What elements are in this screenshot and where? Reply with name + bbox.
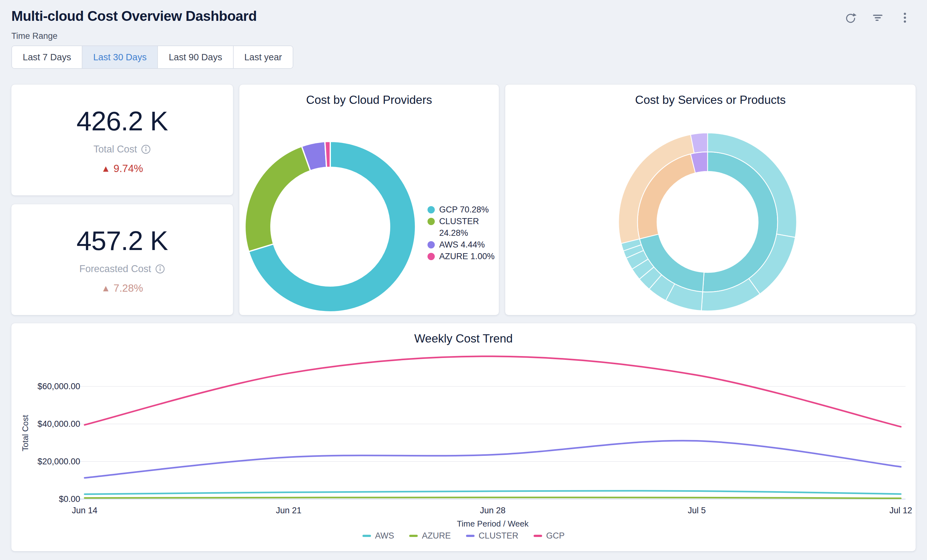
kpi-column: 426.2 K Total Cost ▲ 9.74% 457.2 K — [11, 85, 233, 315]
trend-legend-item-gcp[interactable]: GCP — [533, 531, 565, 541]
y-tick-label: $20,000.00 — [11, 457, 80, 467]
legend-dot — [427, 241, 435, 249]
trend-legend-item-cluster[interactable]: CLUSTER — [466, 531, 518, 541]
filter-icon — [871, 11, 884, 24]
trend-legend-label: AWS — [375, 531, 394, 541]
y-axis-title: Total Cost — [21, 415, 30, 451]
info-icon[interactable] — [155, 264, 165, 274]
total-cost-value: 426.2 K — [76, 105, 168, 137]
header-actions — [842, 8, 913, 26]
time-range-option-last-year[interactable]: Last year — [234, 46, 293, 68]
trend-line-gcp[interactable] — [85, 357, 901, 427]
page-title: Multi-cloud Cost Overview Dashboard — [11, 8, 257, 24]
trend-legend-marker — [533, 535, 542, 537]
trend-legend-label: AZURE — [422, 531, 451, 541]
legend-item-gcp[interactable]: GCP 70.28% — [427, 204, 497, 216]
trend-legend-marker — [362, 535, 371, 537]
kebab-menu-icon — [898, 11, 912, 24]
x-tick-label: Jun 21 — [276, 506, 301, 516]
time-range-section: Time Range Last 7 DaysLast 30 DaysLast 9… — [0, 24, 927, 69]
donut-slice-azure[interactable] — [325, 141, 330, 167]
donut-slice-cluster[interactable] — [245, 146, 310, 252]
more-options-button[interactable] — [897, 9, 913, 26]
forecasted-cost-value: 457.2 K — [76, 225, 168, 256]
trend-legend-label: CLUSTER — [479, 531, 518, 541]
trend-legend-item-aws[interactable]: AWS — [362, 531, 394, 541]
time-range-option-last-7-days[interactable]: Last 7 Days — [12, 46, 82, 68]
x-tick-label: Jun 14 — [72, 506, 97, 516]
refresh-button[interactable] — [842, 9, 859, 26]
legend-label: CLUSTER 24.28% — [439, 216, 497, 239]
providers-legend: GCP 70.28%CLUSTER 24.28%AWS 4.44%AZURE 1… — [427, 204, 497, 262]
time-range-selector: Last 7 DaysLast 30 DaysLast 90 DaysLast … — [11, 46, 293, 69]
trend-legend-marker — [466, 535, 474, 537]
legend-label: AZURE 1.00% — [439, 250, 495, 262]
legend-label: GCP 70.28% — [439, 204, 489, 216]
trend-legend: AWSAZURECLUSTERGCP — [11, 531, 916, 541]
trend-legend-marker — [409, 535, 418, 537]
refresh-icon — [844, 11, 857, 24]
cards-row: 426.2 K Total Cost ▲ 9.74% 457.2 K — [0, 69, 927, 315]
legend-dot — [427, 218, 435, 225]
filter-button[interactable] — [869, 9, 886, 26]
services-sunburst-chart[interactable] — [505, 85, 916, 315]
legend-item-aws[interactable]: AWS 4.44% — [427, 239, 497, 250]
trend-legend-label: GCP — [546, 531, 565, 541]
time-range-option-last-90-days[interactable]: Last 90 Days — [158, 46, 233, 68]
time-range-label: Time Range — [11, 32, 916, 40]
forecasted-cost-delta: ▲ 7.28% — [101, 282, 143, 294]
providers-donut-chart[interactable] — [239, 85, 499, 315]
legend-dot — [427, 253, 435, 260]
weekly-trend-line-chart[interactable] — [11, 323, 916, 551]
info-icon[interactable] — [141, 144, 151, 154]
header: Multi-cloud Cost Overview Dashboard — [0, 0, 927, 24]
total-cost-label: Total Cost — [93, 144, 137, 155]
cost-by-cloud-providers-card: Cost by Cloud Providers GCP 70.28%CLUSTE… — [239, 85, 499, 315]
time-range-option-last-30-days[interactable]: Last 30 Days — [82, 46, 158, 68]
forecasted-cost-card: 457.2 K Forecasted Cost ▲ 7.28% — [11, 204, 233, 315]
legend-label: AWS 4.44% — [439, 239, 485, 250]
trend-line-aws[interactable] — [85, 491, 901, 494]
legend-item-azure[interactable]: AZURE 1.00% — [427, 250, 497, 262]
trend-legend-item-azure[interactable]: AZURE — [409, 531, 451, 541]
total-cost-card: 426.2 K Total Cost ▲ 9.74% — [11, 85, 233, 196]
dashboard: Multi-cloud Cost Overview Dashboard — [0, 0, 927, 560]
y-tick-label: $0.00 — [11, 494, 80, 504]
legend-item-cluster[interactable]: CLUSTER 24.28% — [427, 216, 497, 239]
cost-by-services-card: Cost by Services or Products — [505, 85, 916, 315]
y-tick-label: $60,000.00 — [11, 381, 80, 392]
trend-line-azure[interactable] — [85, 498, 901, 498]
total-cost-delta: ▲ 9.74% — [101, 162, 143, 175]
forecasted-cost-label: Forecasted Cost — [79, 263, 151, 275]
trend-line-cluster[interactable] — [85, 441, 901, 478]
x-tick-label: Jul 12 — [889, 506, 912, 516]
delta-up-icon: ▲ — [101, 283, 111, 294]
weekly-cost-trend-card: Weekly Cost Trend $0.00$20,000.00$40,000… — [11, 323, 916, 551]
legend-dot — [427, 206, 435, 213]
x-tick-label: Jul 5 — [688, 506, 706, 516]
x-axis-title: Time Period / Week — [85, 519, 901, 529]
delta-up-icon: ▲ — [101, 164, 111, 174]
x-tick-label: Jun 28 — [480, 506, 506, 516]
